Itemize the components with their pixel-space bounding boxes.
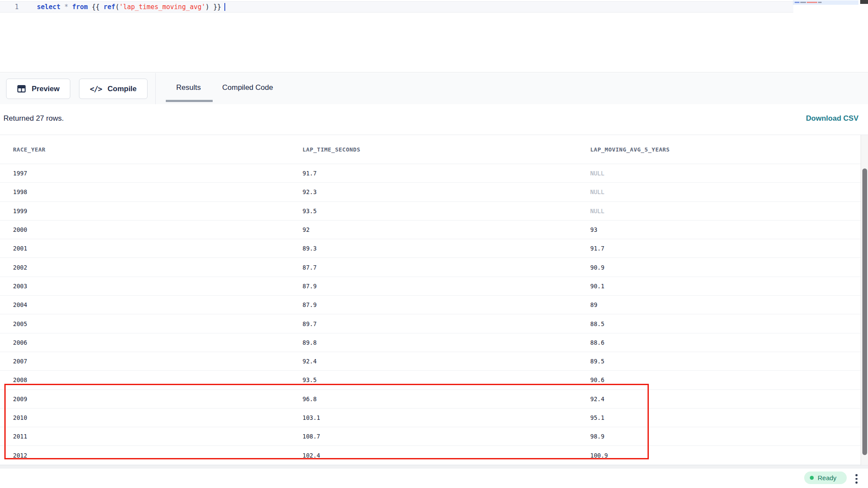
table-row[interactable]: 200996.892.4	[0, 390, 861, 409]
table-header: RACE_YEAR LAP_TIME_SECONDS LAP_MOVING_AV…	[0, 135, 861, 164]
table-row[interactable]: 200689.888.6	[0, 333, 861, 352]
table-cell: 2011	[13, 433, 27, 440]
table-cell: 89.5	[590, 358, 605, 365]
code-token: *	[64, 3, 68, 11]
table-row[interactable]: 200487.989	[0, 296, 861, 314]
compile-button-label: Compile	[108, 85, 137, 93]
code-token: 'lap_times_moving_avg'	[119, 3, 206, 11]
table-cell: NULL	[590, 208, 605, 214]
table-cell: 2000	[13, 226, 27, 233]
table-cell: 93.5	[302, 376, 317, 383]
ready-status-badge: Ready	[804, 472, 847, 484]
code-token: select	[37, 3, 60, 11]
table-row[interactable]: 200893.590.6	[0, 371, 861, 389]
table-cell: 93.5	[302, 208, 317, 214]
results-toolbar: Preview </> Compile Results Compiled Cod…	[0, 73, 868, 104]
table-cell: 90.9	[590, 264, 605, 271]
table-cell: 2010	[13, 414, 27, 421]
code-token: (	[115, 3, 119, 11]
table-row[interactable]: 200189.391.7	[0, 239, 861, 258]
table-cell: 92.3	[302, 188, 317, 195]
code-token: {{	[88, 3, 103, 11]
table-cell: 98.9	[590, 433, 605, 440]
table-cell: 87.9	[302, 301, 317, 308]
table-cell: 102.4	[302, 452, 320, 459]
table-cell: 95.1	[590, 414, 605, 421]
code-line[interactable]: select * from {{ ref('lap_times_moving_a…	[37, 3, 225, 11]
table-cell: 89	[590, 301, 597, 308]
tab-compiled-code[interactable]: Compiled Code	[222, 73, 273, 102]
minimap-code-line	[795, 2, 822, 3]
table-cell: 93	[590, 226, 597, 233]
table-cell: 2001	[13, 245, 27, 252]
kebab-menu-icon[interactable]	[855, 473, 858, 485]
preview-button-label: Preview	[32, 85, 59, 93]
line-number: 1	[15, 3, 19, 11]
table-cell: 92.4	[302, 358, 317, 365]
table-cell: 91.7	[302, 170, 317, 177]
table-row[interactable]: 199892.3NULL	[0, 183, 861, 201]
table-scrollbar-track[interactable]	[861, 135, 868, 465]
table-cell: 100.9	[590, 452, 608, 459]
code-token	[68, 3, 72, 11]
table-row[interactable]: 2012102.4100.9	[0, 446, 861, 465]
table-cell: 1997	[13, 170, 27, 177]
code-token: ref	[104, 3, 115, 11]
table-row[interactable]: 200287.790.9	[0, 258, 861, 277]
tab-compiled-code-label: Compiled Code	[222, 83, 273, 92]
table-row[interactable]: 200792.489.5	[0, 352, 861, 371]
table-cell: 89.8	[302, 339, 317, 346]
table-row[interactable]: 199993.5NULL	[0, 202, 861, 221]
compile-button[interactable]: </> Compile	[79, 79, 148, 99]
table-row[interactable]: 200589.788.5	[0, 314, 861, 333]
table-cell: 89.3	[302, 245, 317, 252]
table-cell: 2005	[13, 320, 27, 327]
code-token	[60, 3, 64, 11]
download-csv-link[interactable]: Download CSV	[806, 114, 858, 123]
table-row[interactable]: 20009293	[0, 221, 861, 239]
toolbar-divider	[155, 73, 156, 104]
table-row[interactable]: 2011108.798.9	[0, 427, 861, 446]
dbt-ide-window: 1 select * from {{ ref('lap_times_moving…	[0, 0, 868, 488]
table-scrollbar-thumb[interactable]	[862, 168, 867, 455]
table-cell: 92	[302, 226, 309, 233]
table-cell: 90.1	[590, 283, 605, 290]
table-cell: 87.9	[302, 283, 317, 290]
table-cell: 90.6	[590, 376, 605, 383]
tab-results[interactable]: Results	[176, 73, 201, 102]
sql-editor[interactable]: 1 select * from {{ ref('lap_times_moving…	[0, 0, 868, 73]
column-header-lap-time-seconds[interactable]: LAP_TIME_SECONDS	[302, 135, 360, 164]
column-header-race-year[interactable]: RACE_YEAR	[13, 135, 46, 164]
editor-scrollbar-thumb[interactable]	[860, 0, 868, 4]
table-cell: 2002	[13, 264, 27, 271]
code-token: }}	[209, 3, 221, 11]
column-header-lap-moving-avg[interactable]: LAP_MOVING_AVG_5_YEARS	[590, 135, 670, 164]
table-cell: NULL	[590, 188, 605, 195]
code-brackets-icon: </>	[90, 85, 102, 93]
table-grid-icon	[17, 84, 26, 93]
table-cell: 2007	[13, 358, 27, 365]
table-cell: 89.7	[302, 320, 317, 327]
code-token: from	[72, 3, 88, 11]
bottom-divider	[0, 465, 868, 468]
preview-button[interactable]: Preview	[6, 79, 70, 99]
table-row[interactable]: 199791.7NULL	[0, 164, 861, 183]
table-cell: 96.8	[302, 396, 317, 402]
status-bar: Ready	[0, 468, 868, 488]
table-row[interactable]: 200387.990.1	[0, 277, 861, 296]
table-cell: 88.6	[590, 339, 605, 346]
table-row[interactable]: 2010103.195.1	[0, 409, 861, 427]
table-cell: 87.7	[302, 264, 317, 271]
table-cell: NULL	[590, 170, 605, 177]
ready-status-label: Ready	[818, 474, 836, 481]
tab-results-label: Results	[176, 83, 201, 92]
table-cell: 2012	[13, 452, 27, 459]
table-cell: 108.7	[302, 433, 320, 440]
table-cell: 88.5	[590, 320, 605, 327]
table-cell: 2006	[13, 339, 27, 346]
table-cell: 2004	[13, 301, 27, 308]
text-cursor	[224, 3, 225, 11]
table-cell: 92.4	[590, 396, 605, 402]
active-tab-underline	[166, 100, 213, 102]
table-body: 199791.7NULL199892.3NULL199993.5NULL2000…	[0, 164, 861, 465]
